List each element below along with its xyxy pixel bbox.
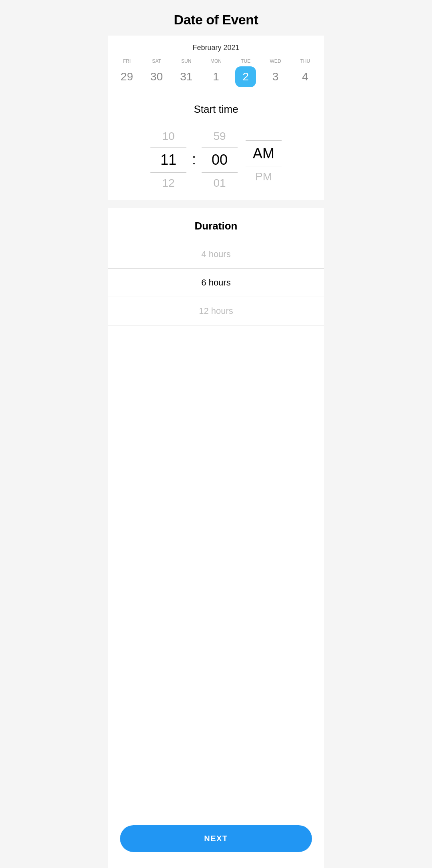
day-number[interactable]: 29 — [116, 66, 137, 87]
duration-title: Duration — [108, 220, 324, 232]
duration-item[interactable]: 6 hours — [108, 269, 324, 297]
day-label: FRI — [123, 58, 130, 64]
ampm-bottom-line — [246, 166, 282, 167]
day-number[interactable]: 3 — [265, 66, 286, 87]
calendar-row: FRI29SAT30SUN31MON1TUE2WED3THU4 — [112, 58, 320, 87]
calendar-day-col[interactable]: SAT30 — [144, 58, 168, 87]
day-label: SAT — [152, 58, 161, 64]
day-label: THU — [300, 58, 310, 64]
calendar-section: February 2021 FRI29SAT30SUN31MON1TUE2WED… — [108, 36, 324, 91]
hours-bottom-line — [150, 172, 186, 173]
calendar-day-col[interactable]: SUN31 — [174, 58, 198, 87]
ampm-below: PM — [255, 168, 272, 186]
day-label: SUN — [181, 58, 191, 64]
hours-above: 10 — [162, 128, 174, 145]
duration-item[interactable]: 12 hours — [108, 297, 324, 325]
hours-column[interactable]: 10 11 12 — [146, 128, 190, 192]
day-number[interactable]: 30 — [146, 66, 167, 87]
minutes-below: 01 — [213, 174, 226, 192]
minutes-above: 59 — [213, 128, 226, 145]
spacer — [108, 325, 324, 817]
page-header: Date of Event — [108, 0, 324, 36]
ampm-column[interactable]: AM PM — [242, 134, 286, 186]
month-label: February 2021 — [112, 44, 320, 52]
ampm-current: AM — [253, 143, 274, 164]
start-time-section: Start time 10 11 12 : 59 00 01 AM PM — [108, 91, 324, 200]
day-label: WED — [270, 58, 281, 64]
day-number[interactable]: 1 — [206, 66, 226, 87]
footer: NEXT — [108, 817, 324, 868]
day-number[interactable]: 2 — [235, 66, 256, 87]
day-number[interactable]: 31 — [176, 66, 197, 87]
minutes-current: 00 — [212, 149, 228, 171]
duration-section: Duration 4 hours6 hours12 hours — [108, 208, 324, 325]
calendar-day-col[interactable]: TUE2 — [234, 58, 258, 87]
page-title: Date of Event — [116, 12, 316, 28]
day-label: MON — [210, 58, 222, 64]
duration-item[interactable]: 4 hours — [108, 240, 324, 269]
hours-current: 11 — [160, 149, 176, 171]
hours-top-line — [150, 147, 186, 148]
hours-below: 12 — [162, 174, 174, 192]
calendar-day-col[interactable]: THU4 — [293, 58, 317, 87]
ampm-top-line — [246, 140, 282, 141]
day-number[interactable]: 4 — [295, 66, 316, 87]
time-colon: : — [190, 151, 198, 168]
start-time-title: Start time — [116, 103, 316, 116]
calendar-day-col[interactable]: FRI29 — [115, 58, 139, 87]
minutes-top-line — [202, 147, 238, 148]
day-label: TUE — [241, 58, 250, 64]
duration-list: 4 hours6 hours12 hours — [108, 240, 324, 325]
minutes-column[interactable]: 59 00 01 — [198, 128, 242, 192]
calendar-day-col[interactable]: WED3 — [264, 58, 288, 87]
time-picker: 10 11 12 : 59 00 01 AM PM — [116, 128, 316, 192]
next-button[interactable]: NEXT — [120, 825, 312, 852]
calendar-day-col[interactable]: MON1 — [204, 58, 228, 87]
minutes-bottom-line — [202, 172, 238, 173]
